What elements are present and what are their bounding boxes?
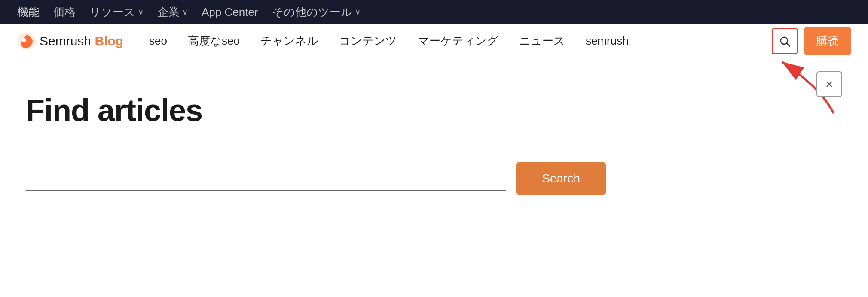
blog-nav-right: 購読 — [772, 27, 851, 55]
chevron-down-icon: ∨ — [182, 7, 188, 17]
search-submit-button[interactable]: Search — [516, 162, 606, 195]
blog-nav-link[interactable]: マーケティング — [418, 33, 498, 48]
main-content: × Find articles Search — [0, 58, 868, 264]
blog-nav-links: seo高度なseoチャンネルコンテンツマーケティングニュースsemrush — [149, 33, 772, 48]
subscribe-button[interactable]: 購読 — [804, 27, 851, 55]
logo-blog: Blog — [91, 34, 123, 48]
chevron-down-icon: ∨ — [138, 7, 144, 17]
top-nav-item[interactable]: App Center — [202, 6, 258, 19]
close-button[interactable]: × — [816, 71, 842, 97]
top-nav-item[interactable]: 機能 — [17, 5, 40, 20]
close-icon: × — [825, 77, 833, 91]
search-bar: Search — [26, 162, 606, 195]
blog-nav-wrapper: Semrush Blog seo高度なseoチャンネルコンテンツマーケティングニ… — [0, 24, 868, 58]
top-nav-item[interactable]: その他のツール∨ — [272, 5, 361, 20]
top-nav-item[interactable]: 価格 — [53, 5, 76, 20]
blog-nav-link[interactable]: semrush — [586, 34, 629, 48]
top-nav-item[interactable]: リソース∨ — [89, 5, 144, 20]
chevron-down-icon: ∨ — [355, 7, 361, 17]
blog-nav-link[interactable]: コンテンツ — [339, 33, 397, 48]
svg-line-3 — [787, 43, 789, 46]
blog-logo[interactable]: Semrush Blog — [17, 32, 123, 51]
search-icon-button[interactable] — [772, 28, 798, 54]
blog-nav-link[interactable]: seo — [149, 34, 167, 48]
blog-nav-link[interactable]: 高度なseo — [188, 33, 240, 48]
top-nav: 機能価格リソース∨企業∨App Centerその他のツール∨ — [0, 0, 868, 24]
page-title: Find articles — [26, 93, 842, 128]
search-input[interactable] — [26, 166, 506, 191]
logo-semrush: Semrush — [40, 34, 91, 48]
blog-nav-link[interactable]: チャンネル — [260, 33, 318, 48]
top-nav-item[interactable]: 企業∨ — [157, 5, 188, 20]
svg-point-1 — [22, 38, 26, 42]
semrush-logo-icon — [17, 32, 36, 51]
blog-nav-link[interactable]: ニュース — [519, 33, 565, 48]
search-icon — [779, 35, 791, 47]
blog-nav: Semrush Blog seo高度なseoチャンネルコンテンツマーケティングニ… — [0, 24, 868, 58]
